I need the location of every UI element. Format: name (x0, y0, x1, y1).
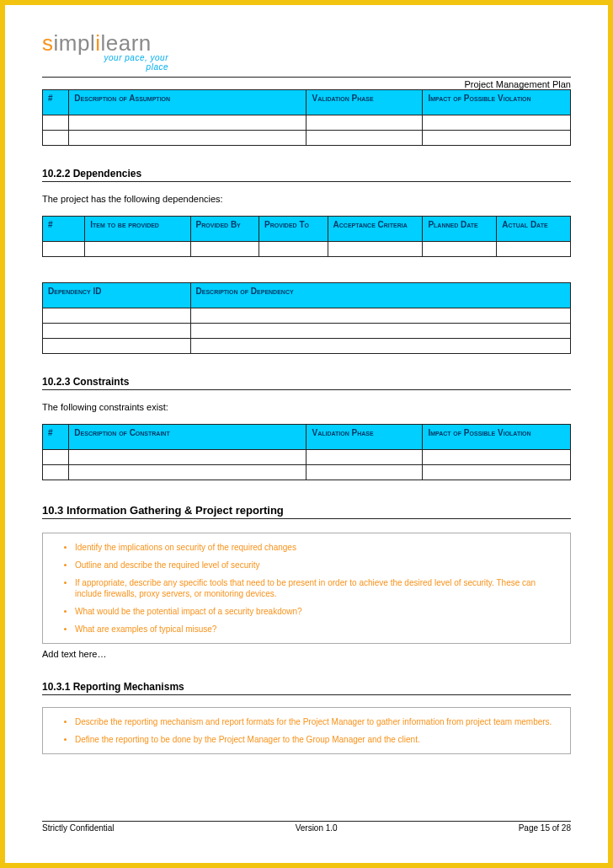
table-row (43, 131, 571, 146)
guidance-box-103: Identify the implications on security of… (42, 533, 571, 644)
col-num: # (43, 90, 69, 115)
guidance-item: What would be the potential impact of a … (75, 606, 560, 617)
guidance-item: If appropriate, describe any specific to… (75, 577, 560, 599)
dependencies-table-1: # Item to be provided Provided By Provid… (42, 216, 571, 257)
table-row (43, 308, 571, 324)
table-row (43, 465, 571, 480)
col-impact: Impact of Possible Violation (423, 425, 571, 450)
col-by: Provided By (190, 217, 259, 242)
heading-dependencies: 10.2.2 Dependencies (42, 168, 571, 182)
col-dep-desc: Description of Dependency (190, 283, 570, 308)
col-dep-id: Dependency ID (43, 283, 191, 308)
logo: simplilearn your pace, your place (42, 30, 571, 72)
table-row (43, 242, 571, 257)
guidance-item: Identify the implications on security of… (75, 542, 560, 553)
logo-tagline: your pace, your place (42, 53, 168, 72)
col-desc: Description of Constraint (69, 425, 306, 450)
page-footer: Strictly Confidential Version 1.0 Page 1… (42, 821, 571, 833)
col-num: # (43, 217, 85, 242)
dependencies-intro: The project has the following dependenci… (42, 194, 571, 204)
col-validation: Validation Phase (306, 425, 423, 450)
add-text-placeholder: Add text here… (42, 649, 571, 659)
footer-left: Strictly Confidential (42, 823, 115, 833)
footer-center: Version 1.0 (296, 823, 338, 833)
heading-reporting-mechanisms: 10.3.1 Reporting Mechanisms (42, 681, 571, 695)
guidance-box-1031: Describe the reporting mechanism and rep… (42, 707, 571, 754)
col-desc: Description of Assumption (69, 90, 306, 115)
header-rule (42, 77, 571, 78)
col-num: # (43, 425, 69, 450)
guidance-item: Outline and describe the required level … (75, 560, 560, 571)
guidance-item: What are examples of typical misuse? (75, 624, 560, 635)
heading-constraints: 10.2.3 Constraints (42, 376, 571, 390)
col-item: Item to be provided (85, 217, 190, 242)
document-title: Project Management Plan (464, 79, 571, 89)
col-criteria: Acceptance Criteria (328, 217, 423, 242)
guidance-item: Define the reporting to be done by the P… (75, 734, 560, 745)
constraints-table: # Description of Constraint Validation P… (42, 424, 571, 480)
col-impact: Impact of Possible Violation (423, 90, 571, 115)
table-row (43, 115, 571, 131)
table-row (43, 324, 571, 339)
page-container: simplilearn your pace, your place Projec… (0, 0, 613, 868)
table-row (43, 339, 571, 354)
heading-info-gathering: 10.3 Information Gathering & Project rep… (42, 504, 571, 519)
col-planned: Planned Date (423, 217, 497, 242)
constraints-intro: The following constraints exist: (42, 402, 571, 412)
guidance-item: Describe the reporting mechanism and rep… (75, 716, 560, 727)
col-validation: Validation Phase (306, 90, 423, 115)
assumptions-table: # Description of Assumption Validation P… (42, 89, 571, 146)
dependencies-table-2: Dependency ID Description of Dependency (42, 282, 571, 354)
col-actual: Actual Date (497, 217, 571, 242)
footer-right: Page 15 of 28 (519, 823, 571, 833)
table-row (43, 450, 571, 465)
col-to: Provided To (259, 217, 328, 242)
